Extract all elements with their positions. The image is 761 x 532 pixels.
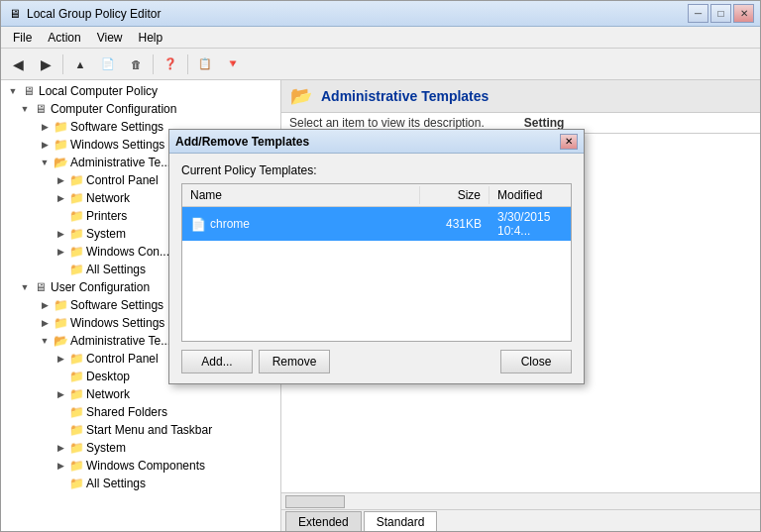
export-button[interactable]: 📋 bbox=[192, 53, 218, 76]
as-cc-label: All Settings bbox=[86, 263, 146, 276]
sys-cc-expand[interactable]: ▶ bbox=[53, 226, 68, 242]
list-row-chrome[interactable]: 📄 chrome 431KB 3/30/2015 10:4... bbox=[182, 207, 571, 241]
dialog-close-button[interactable]: ✕ bbox=[560, 134, 578, 150]
menu-view[interactable]: View bbox=[89, 29, 131, 47]
wc-cc-expand[interactable]: ▶ bbox=[53, 244, 68, 260]
as-uc-label: All Settings bbox=[86, 477, 146, 490]
tree-root[interactable]: ▼ 🖥 Local Computer Policy bbox=[1, 82, 280, 100]
scrollbar-thumb[interactable] bbox=[285, 495, 345, 508]
sm-uc-expand[interactable] bbox=[53, 422, 68, 438]
ss-uc-label: Software Settings bbox=[70, 298, 163, 312]
help-button[interactable]: ❓ bbox=[158, 53, 183, 76]
dialog-title: Add/Remove Templates bbox=[175, 135, 560, 149]
col-modified[interactable]: Modified bbox=[489, 186, 571, 204]
root-expand[interactable]: ▼ bbox=[5, 83, 21, 99]
at-cc-icon: 📂 bbox=[53, 155, 68, 170]
left-buttons: Add... Remove bbox=[181, 350, 330, 373]
at-uc-expand[interactable]: ▼ bbox=[37, 333, 53, 349]
menu-bar: File Action View Help bbox=[1, 27, 760, 49]
ss-cc-expand[interactable]: ▶ bbox=[37, 119, 53, 135]
show-hide-button[interactable]: 📄 bbox=[95, 53, 121, 76]
chrome-name: chrome bbox=[210, 217, 250, 231]
as-cc-icon: 📁 bbox=[68, 262, 84, 277]
policy-templates-list[interactable]: Name Size Modified 📄 chrome 431KB 3/30/2… bbox=[181, 183, 572, 342]
ws-cc-icon: 📁 bbox=[53, 137, 68, 153]
net-cc-expand[interactable]: ▶ bbox=[53, 190, 68, 206]
tree-item-all-settings-uc[interactable]: 📁 All Settings bbox=[1, 475, 280, 492]
ws-uc-expand[interactable]: ▶ bbox=[37, 315, 53, 331]
wc-cc-label: Windows Con... bbox=[86, 245, 169, 259]
wc-cc-icon: 📁 bbox=[68, 244, 84, 260]
tab-standard[interactable]: Standard bbox=[364, 511, 438, 531]
title-bar: 🖥 Local Group Policy Editor ─ □ ✕ bbox=[1, 1, 760, 27]
desk-uc-expand[interactable] bbox=[53, 369, 68, 384]
menu-action[interactable]: Action bbox=[40, 29, 88, 47]
right-header-title: Administrative Templates bbox=[321, 88, 489, 104]
menu-file[interactable]: File bbox=[5, 29, 40, 47]
ws-cc-expand[interactable]: ▶ bbox=[37, 137, 53, 153]
dialog-content: Current Policy Templates: Name Size Modi… bbox=[169, 154, 584, 383]
pr-cc-expand[interactable] bbox=[53, 208, 68, 224]
sys-uc-icon: 📁 bbox=[68, 440, 84, 456]
add-button[interactable]: Add... bbox=[181, 350, 253, 373]
cp-uc-icon: 📁 bbox=[68, 351, 84, 367]
app-icon: 🖥 bbox=[7, 6, 23, 22]
net-uc-icon: 📁 bbox=[68, 386, 84, 402]
net-uc-label: Network bbox=[86, 387, 130, 401]
ws-uc-icon: 📁 bbox=[53, 315, 68, 331]
ss-uc-expand[interactable]: ▶ bbox=[37, 297, 53, 313]
at-cc-expand[interactable]: ▼ bbox=[37, 155, 53, 170]
uc-expand[interactable]: ▼ bbox=[17, 279, 33, 295]
col-size[interactable]: Size bbox=[420, 186, 489, 204]
as-uc-icon: 📁 bbox=[68, 476, 84, 491]
at-uc-label: Administrative Te... bbox=[70, 334, 170, 348]
sys-uc-expand[interactable]: ▶ bbox=[53, 440, 68, 456]
sf-uc-expand[interactable] bbox=[53, 404, 68, 420]
ss-uc-icon: 📁 bbox=[53, 297, 68, 313]
at-uc-icon: 📂 bbox=[53, 333, 68, 349]
as-cc-expand[interactable] bbox=[53, 262, 68, 277]
forward-button[interactable]: ▶ bbox=[33, 53, 58, 76]
uc-icon: 🖥 bbox=[33, 279, 49, 295]
sys-uc-label: System bbox=[86, 441, 126, 455]
cp-cc-label: Control Panel bbox=[86, 173, 159, 187]
wc-uc-expand[interactable]: ▶ bbox=[53, 458, 68, 474]
up-button[interactable]: ▲ bbox=[67, 53, 93, 76]
cc-expand[interactable]: ▼ bbox=[17, 101, 33, 117]
close-button[interactable]: ✕ bbox=[733, 4, 754, 23]
desk-uc-icon: 📁 bbox=[68, 369, 84, 384]
horizontal-scrollbar[interactable] bbox=[281, 492, 760, 509]
tab-extended[interactable]: Extended bbox=[285, 511, 362, 531]
col-name[interactable]: Name bbox=[182, 186, 420, 204]
filter-button[interactable]: 🔻 bbox=[220, 53, 246, 76]
cp-uc-expand[interactable]: ▶ bbox=[53, 351, 68, 367]
add-remove-templates-dialog: Add/Remove Templates ✕ Current Policy Te… bbox=[168, 129, 585, 384]
minimize-button[interactable]: ─ bbox=[688, 4, 708, 23]
tree-item-system-uc[interactable]: ▶ 📁 System bbox=[1, 439, 280, 457]
cp-cc-expand[interactable]: ▶ bbox=[53, 172, 68, 188]
tree-item-wincomp-uc[interactable]: ▶ 📁 Windows Components bbox=[1, 457, 280, 475]
remove-button[interactable]: Remove bbox=[259, 350, 330, 373]
window-controls: ─ □ ✕ bbox=[688, 4, 754, 23]
toolbar-separator-2 bbox=[153, 54, 154, 74]
ws-uc-label: Windows Settings bbox=[70, 316, 164, 330]
cc-label: Computer Configuration bbox=[51, 102, 176, 116]
net-cc-label: Network bbox=[86, 191, 130, 205]
root-icon: 🖥 bbox=[21, 83, 37, 99]
tree-item-startmenu-uc[interactable]: 📁 Start Menu and Taskbar bbox=[1, 421, 280, 439]
bottom-tabs: Extended Standard bbox=[281, 509, 760, 531]
maximize-button[interactable]: □ bbox=[710, 4, 731, 23]
as-uc-expand[interactable] bbox=[53, 476, 68, 491]
close-button[interactable]: Close bbox=[500, 350, 572, 373]
uc-label: User Configuration bbox=[51, 280, 150, 294]
delete-button[interactable]: 🗑 bbox=[123, 53, 149, 76]
wc-uc-icon: 📁 bbox=[68, 458, 84, 474]
tree-item-shared-folders-uc[interactable]: 📁 Shared Folders bbox=[1, 403, 280, 421]
tree-item-network-uc[interactable]: ▶ 📁 Network bbox=[1, 385, 280, 403]
net-uc-expand[interactable]: ▶ bbox=[53, 386, 68, 402]
toolbar-separator-3 bbox=[187, 54, 188, 74]
back-button[interactable]: ◀ bbox=[5, 53, 31, 76]
menu-help[interactable]: Help bbox=[131, 29, 171, 47]
cp-cc-icon: 📁 bbox=[68, 172, 84, 188]
tree-item-computer-config[interactable]: ▼ 🖥 Computer Configuration bbox=[1, 100, 280, 118]
